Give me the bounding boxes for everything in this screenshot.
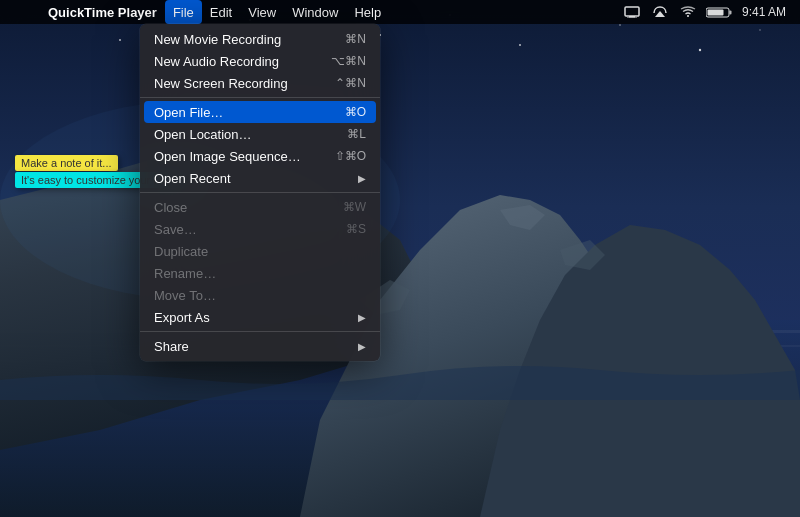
menu-item-close[interactable]: Close ⌘W [140, 196, 380, 218]
menu-item-share[interactable]: Share ▶ [140, 335, 380, 357]
menubar-right: 9:41 AM [622, 0, 800, 24]
sticky-note-yellow[interactable]: Make a note of it... [15, 155, 118, 171]
sticky-note-yellow-text: Make a note of it... [21, 157, 112, 169]
wallpaper-scene [0, 0, 800, 517]
menu-item-open-location[interactable]: Open Location… ⌘L [140, 123, 380, 145]
menubar-time: 9:41 AM [742, 5, 790, 19]
svg-point-5 [519, 44, 521, 46]
menu-item-open-file[interactable]: Open File… ⌘O [144, 101, 376, 123]
svg-point-1 [119, 39, 121, 41]
menu-item-open-recent[interactable]: Open Recent ▶ [140, 167, 380, 189]
svg-rect-22 [625, 7, 639, 16]
cast-icon[interactable] [622, 0, 642, 24]
menubar-window[interactable]: Window [284, 0, 346, 24]
separator-2 [140, 192, 380, 193]
menu-item-duplicate[interactable]: Duplicate [140, 240, 380, 262]
svg-rect-28 [707, 9, 723, 15]
menubar: QuickTime Player File Edit View Window H… [0, 0, 800, 24]
separator-1 [140, 97, 380, 98]
wifi-icon[interactable] [678, 0, 698, 24]
apple-menu[interactable] [0, 0, 40, 24]
battery-icon[interactable] [706, 0, 734, 24]
menu-item-new-audio[interactable]: New Audio Recording ⌥⌘N [140, 50, 380, 72]
menu-item-new-screen[interactable]: New Screen Recording ⌃⌘N [140, 72, 380, 94]
svg-point-6 [619, 24, 621, 26]
menubar-edit[interactable]: Edit [202, 0, 240, 24]
menu-item-export-as[interactable]: Export As ▶ [140, 306, 380, 328]
menubar-file[interactable]: File [165, 0, 202, 24]
svg-rect-24 [627, 18, 637, 19]
airplay-icon[interactable] [650, 0, 670, 24]
separator-3 [140, 331, 380, 332]
svg-point-7 [699, 49, 701, 51]
menubar-help[interactable]: Help [346, 0, 389, 24]
menu-item-save[interactable]: Save… ⌘S [140, 218, 380, 240]
file-menu-dropdown: New Movie Recording ⌘N New Audio Recordi… [140, 24, 380, 361]
menubar-app-name[interactable]: QuickTime Player [40, 0, 165, 24]
svg-marker-25 [655, 11, 665, 17]
menu-item-open-image-seq[interactable]: Open Image Sequence… ⇧⌘O [140, 145, 380, 167]
menubar-view[interactable]: View [240, 0, 284, 24]
menu-item-move-to[interactable]: Move To… [140, 284, 380, 306]
menu-item-new-movie[interactable]: New Movie Recording ⌘N [140, 28, 380, 50]
svg-point-8 [759, 29, 760, 30]
svg-rect-23 [629, 16, 635, 18]
menu-item-rename[interactable]: Rename… [140, 262, 380, 284]
menubar-left: QuickTime Player File Edit View Window H… [0, 0, 622, 24]
svg-rect-27 [729, 10, 731, 14]
